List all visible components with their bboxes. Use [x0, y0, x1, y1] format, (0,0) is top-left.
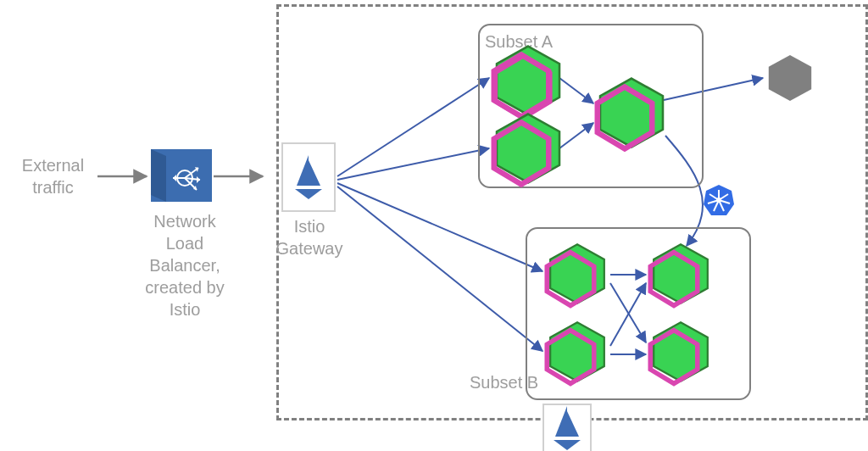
svg-marker-11 [297, 155, 309, 186]
svg-marker-21 [494, 122, 549, 184]
svg-marker-13 [295, 189, 322, 199]
pod-a1 [492, 44, 565, 117]
label-subset-b: Subset B [470, 371, 538, 393]
svg-marker-27 [547, 331, 594, 384]
svg-marker-25 [547, 253, 594, 306]
pod-b3 [649, 242, 712, 305]
sidecar-icon [588, 81, 661, 154]
svg-marker-31 [650, 331, 698, 384]
pod-b4 [649, 320, 712, 383]
pod-a3 [595, 76, 668, 149]
istio-sail-bottom-icon [542, 404, 592, 451]
svg-marker-23 [598, 86, 653, 148]
svg-marker-32 [769, 55, 811, 101]
pod-b1 [546, 242, 609, 305]
svg-marker-14 [555, 406, 567, 437]
sidecar-icon [539, 248, 602, 310]
sidecar-icon [643, 326, 705, 388]
sidecar-icon [539, 326, 602, 388]
kubernetes-icon [702, 183, 736, 217]
svg-marker-1 [151, 149, 166, 202]
external-service-hexagon-icon [765, 53, 815, 103]
load-balancer-icon [151, 149, 212, 202]
pod-a2 [492, 112, 565, 185]
svg-marker-12 [309, 160, 320, 186]
label-external-traffic: External traffic [8, 154, 97, 198]
sidecar-icon [643, 248, 705, 310]
sidecar-icon [485, 117, 558, 190]
label-gateway: Istio Gateway [263, 215, 356, 259]
istio-gateway-icon [281, 142, 336, 212]
svg-marker-29 [650, 253, 698, 306]
label-nlb: Network Load Balancer, created by Istio [138, 210, 231, 320]
svg-marker-15 [567, 411, 579, 437]
svg-marker-16 [554, 440, 581, 450]
pod-b2 [546, 320, 609, 383]
